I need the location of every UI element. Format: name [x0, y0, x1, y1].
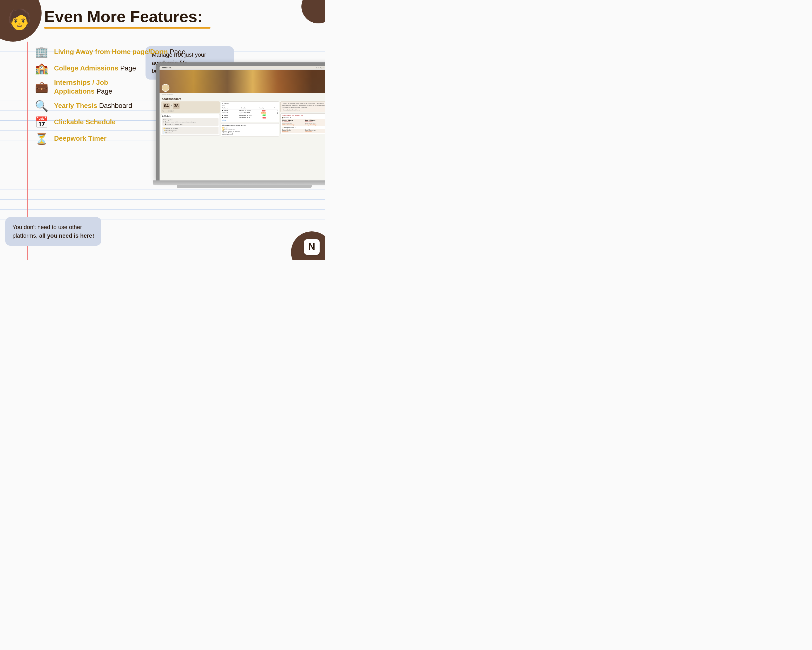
schedule-icon: 📅: [34, 116, 49, 129]
screen-header-bar: AcadBoard. Edited just now: [160, 66, 325, 70]
screen-main-grid: 04 : 38 PM MONDAY ▶ My Info ⚙ Navigation: [160, 101, 325, 136]
laptop-stand: [177, 185, 312, 188]
exam-history-days: 31 Days Remaining ↕: [305, 124, 325, 125]
time-hours: 04: [163, 103, 170, 109]
exam-physics: Physics Midterms ✗ Not started October 3…: [282, 119, 304, 126]
feature-college-highlight: College Admissions: [54, 64, 119, 72]
new-task-btn[interactable]: + New: [222, 119, 278, 121]
nav-current: ⊙ Current - copy link to your current se…: [163, 121, 218, 123]
task-1-priority: High: [262, 110, 266, 112]
task-3-check[interactable]: ☐: [277, 115, 278, 116]
dorm-icon: 🏢: [34, 46, 49, 58]
new-note-btn[interactable]: 📄 New Note: [163, 132, 218, 134]
screen-banner: [160, 70, 325, 93]
screen-header-edit[interactable]: Edited just now: [316, 67, 325, 69]
assign-social-type: Assignment: [305, 131, 325, 132]
task-4-check[interactable]: ☐: [277, 117, 278, 119]
task-row-4: ● Task 4 September 8, 20... High ☐: [222, 116, 278, 119]
feature-college-text: College Admissions Page: [54, 64, 136, 73]
task-2-check[interactable]: ☑: [277, 112, 278, 114]
new-assignment-btn[interactable]: 📝 New Assignment: [163, 130, 218, 132]
nav-label: ⚙ Navigation: [163, 119, 218, 121]
notion-icon[interactable]: N: [304, 239, 320, 255]
my-info-card: ▶ My Info ⚙ Navigation ⊙ Current - copy …: [161, 114, 220, 136]
task-row-2: ● Task 2 August 29, 2023 Medium ☑: [222, 112, 278, 114]
quote-card: " Love is an untamed force. When we try …: [280, 101, 325, 112]
assign-ss-type: Homework: [282, 131, 303, 132]
laptop-screen-outer: AcadBoard. Edited just now ✎ Add comment…: [156, 63, 325, 180]
laptop-base: [153, 180, 325, 185]
screen-content: AcadBoard. Edited just now ✎ Add comment…: [160, 66, 325, 180]
page-title: Even More Features:: [44, 8, 320, 26]
feature-timer-highlight: Deepwork Timer: [54, 135, 107, 142]
assignments-grid: Social Studies Homework Social Homework …: [282, 129, 325, 133]
tasks-header: Aa Name Deadline Priority ✓: [222, 107, 278, 109]
navigation-card: ⚙ Navigation ⊙ Current - copy link to yo…: [162, 118, 218, 126]
thesis-icon: 🔍: [34, 99, 49, 112]
tasks-title: ● Tasks: [222, 103, 278, 104]
timer-icon: ⏳: [34, 132, 49, 145]
task-2-name: ● Task 2: [222, 112, 228, 114]
reminders-card: 🗒 Reminders & Mini To-Dos 📁 Archive 🔔 Ne…: [221, 123, 279, 136]
reminder-new[interactable]: 🔔 New Reminder: [222, 129, 278, 130]
avatar: 🧑: [3, 3, 37, 37]
add-comment-bar[interactable]: ✎ Add comment: [160, 93, 325, 96]
tasks-filter: All ▼: [222, 105, 278, 107]
task-3-deadline: September 8, 20...: [239, 115, 252, 116]
feature-dorm: 🏢 Living Away from Home page/Dorm Page: [34, 46, 186, 58]
upcoming-card: ⚠ UPCOMING DELIVERABLES 🎓 Exams ↗ Physic…: [280, 113, 325, 134]
exam-history: History Midterms ✗ Not started November …: [304, 119, 325, 126]
tasks-card: ● Tasks All ▼ Aa Name Deadline Priority …: [221, 101, 279, 122]
task-1-check[interactable]: ☑: [277, 110, 278, 112]
feature-thesis-highlight: Yearly Thesis: [54, 102, 97, 109]
laptop-screen: AcadBoard. Edited just now ✎ Add comment…: [160, 66, 325, 180]
my-info-title: ▶ My Info: [162, 115, 218, 117]
exams-section-label: 🎓 Exams ↗: [282, 117, 325, 119]
time-display: 04 : 38: [162, 102, 219, 110]
screen-middle-col: ● Tasks All ▼ Aa Name Deadline Priority …: [221, 101, 279, 136]
reminder-meditate: • Meditate today: [222, 134, 278, 135]
bottom-bubble-text: You don't need to use other platforms, a…: [12, 224, 94, 239]
screen-left-col: 04 : 38 PM MONDAY ▶ My Info ⚙ Navigation: [161, 101, 220, 136]
feature-internship-highlight: Internships / JobApplications: [54, 78, 108, 95]
task-row-1: ● Task 1 August 29, 2023 High ☑: [222, 109, 278, 112]
task-1-name: ● Task 1: [222, 110, 228, 112]
col-priority: Priority: [259, 107, 273, 109]
medito-link[interactable]: Medito: [235, 130, 240, 132]
bottom-bubble-bold: all you need is here!: [39, 232, 94, 239]
feature-schedule-text: Clickable Schedule: [54, 118, 116, 127]
screen-header-title: AcadBoard.: [162, 67, 172, 69]
time-card: 04 : 38 PM MONDAY: [161, 101, 220, 113]
task-row-3: ● Task 3 September 8, 20... Low ☐: [222, 114, 278, 116]
screen-dashboard-title: Acadashboard.: [162, 97, 325, 100]
reminder-archive[interactable]: 📁 Archive: [222, 127, 278, 129]
nav-grade: 🎓 Grade 12 (Senior Year): [163, 123, 218, 125]
upcoming-warning: ⚠ UPCOMING DELIVERABLES: [282, 115, 325, 116]
feature-internship-text: Internships / JobApplications Page: [54, 78, 112, 96]
exam-physics-days: 25 Days Remaining ↕: [282, 124, 303, 125]
bottom-speech-bubble: You don't need to use other platforms, a…: [5, 217, 101, 246]
col-name: Aa Name: [222, 107, 241, 109]
time-minutes: 38: [173, 103, 180, 109]
task-3-name: ● Task 3: [222, 115, 228, 116]
college-icon: 🏫: [34, 62, 49, 75]
col-deadline: Deadline: [241, 107, 259, 109]
screen-right-col: " Love is an untamed force. When we try …: [280, 101, 325, 136]
task-4-name: ● Task 4: [222, 117, 228, 119]
assignment-social-studies: Social Studies Homework: [282, 129, 304, 133]
time-colon: :: [171, 104, 172, 108]
header: Even More Features:: [44, 8, 320, 29]
feature-schedule-highlight: Clickable Schedule: [54, 118, 116, 126]
task-1-deadline: August 29, 2023: [239, 110, 251, 112]
task-3-priority: Low: [263, 115, 266, 116]
feature-dorm-text: Living Away from Home page/Dorm Page: [54, 47, 186, 57]
time-label: PM MONDAY: [162, 110, 219, 112]
task-2-deadline: August 29, 2023: [238, 112, 250, 114]
quick-actions-label: ⚡ QUICK ACTIONS: [163, 127, 218, 129]
laptop-mockup: AcadBoard. Edited just now ✎ Add comment…: [156, 63, 325, 188]
reminders-title: 🗒 Reminders & Mini To-Dos: [222, 125, 278, 126]
task-4-deadline: September 8, 20...: [239, 117, 252, 119]
assignments-section-label: 📝 Assignments ↗: [282, 127, 325, 128]
title-underline: [44, 27, 211, 29]
exams-grid: Physics Midterms ✗ Not started October 3…: [282, 119, 325, 126]
